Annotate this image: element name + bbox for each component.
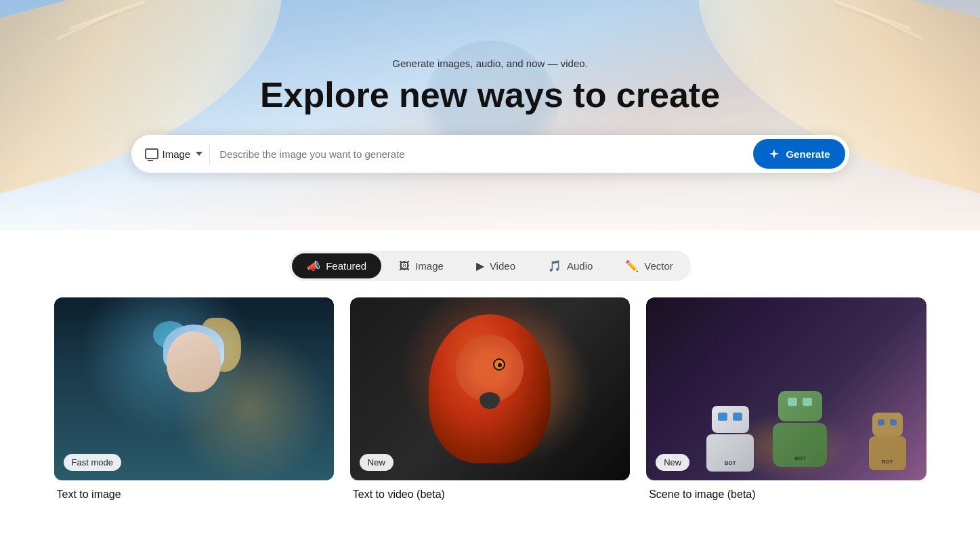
parrot-beak (480, 392, 500, 409)
robot-3-body: BOT (869, 436, 906, 470)
hero-content: Generate images, audio, and now — video.… (247, 58, 733, 135)
parrot-body (429, 314, 551, 463)
fast-mode-badge: Fast mode (64, 454, 121, 471)
search-bar: Image Generate (131, 135, 849, 173)
generate-label: Generate (786, 148, 830, 160)
image-type-icon (145, 148, 158, 159)
robot-3-eyes (872, 413, 903, 425)
robot-2-label: BOT (794, 455, 806, 461)
card-text-to-image[interactable]: Fast mode Text to image (54, 297, 334, 503)
pen-icon: ✏️ (625, 261, 639, 272)
tab-image-label: Image (415, 260, 444, 272)
anime-figure (140, 318, 248, 480)
hero-section: Generate images, audio, and now — video.… (0, 0, 980, 230)
hero-subtitle: Generate images, audio, and now — video. (260, 58, 720, 69)
card-label-text-to-video: Text to video (beta) (350, 480, 630, 503)
chevron-down-icon (196, 152, 203, 156)
robot-1: BOT (703, 406, 757, 467)
card-image-anime: Fast mode (54, 297, 334, 480)
hero-title: Explore new ways to create (260, 76, 720, 114)
robot-1-body: BOT (706, 434, 754, 472)
tab-vector[interactable]: ✏️ Vector (610, 253, 688, 278)
generate-button[interactable]: Generate (753, 139, 845, 169)
tab-featured[interactable]: 📣 Featured (292, 253, 381, 278)
search-bar-wrapper: Image Generate (118, 135, 863, 173)
robot-3: BOT (869, 413, 906, 470)
card-label-scene-to-image: Scene to image (beta) (646, 480, 926, 503)
content-area: 📣 Featured 🖼 Image ▶ Video 🎵 Audio ✏️ Ve… (0, 230, 980, 542)
robot-eye-left (718, 413, 727, 421)
parrot-head (456, 335, 524, 402)
card-label-text-to-image: Text to image (54, 480, 334, 503)
tabs-wrapper: 📣 Featured 🖼 Image ▶ Video 🎵 Audio ✏️ Ve… (0, 230, 980, 297)
anime-head (167, 331, 221, 392)
robot-1-eyes (712, 406, 749, 421)
robot-2-head (778, 391, 822, 421)
tab-vector-label: Vector (644, 260, 673, 272)
tab-video-label: Video (490, 260, 515, 272)
search-type-selector[interactable]: Image (142, 144, 211, 164)
search-type-label: Image (163, 148, 191, 160)
card-scene-to-image[interactable]: BOT BOT (646, 297, 926, 503)
video-icon: ▶ (476, 261, 484, 272)
generate-icon (768, 148, 780, 160)
tab-audio-label: Audio (567, 260, 593, 272)
card-image-parrot: New (350, 297, 630, 480)
robot-1-label: BOT (725, 460, 736, 466)
anime-artwork (54, 297, 334, 480)
robot-3-eye-left (878, 419, 885, 425)
new-badge-video: New (360, 454, 393, 471)
robot-2: BOT (773, 391, 827, 467)
robot-2-body: BOT (773, 423, 827, 467)
tab-image[interactable]: 🖼 Image (384, 253, 459, 278)
robot-2-eye-left (788, 398, 797, 406)
megaphone-icon: 📣 (307, 261, 320, 272)
tabs-container: 📣 Featured 🖼 Image ▶ Video 🎵 Audio ✏️ Ve… (289, 251, 691, 281)
robot-eye-right (733, 413, 742, 421)
robot-1-head (712, 406, 749, 433)
parrot-artwork (350, 297, 630, 480)
tab-featured-label: Featured (326, 260, 366, 272)
image-icon: 🖼 (399, 261, 410, 272)
robot-2-eye-right (803, 398, 812, 406)
search-input[interactable] (219, 148, 753, 160)
tab-video[interactable]: ▶ Video (461, 253, 530, 278)
robot-3-eye-right (890, 419, 897, 425)
tab-audio[interactable]: 🎵 Audio (533, 253, 608, 278)
cards-grid: Fast mode Text to image New Text to vide… (16, 297, 964, 503)
robots-artwork: BOT BOT (646, 297, 926, 480)
new-badge-scene: New (656, 454, 689, 471)
card-image-robots: BOT BOT (646, 297, 926, 480)
parrot-eye (493, 358, 505, 371)
robot-2-eyes (778, 391, 822, 406)
audio-icon: 🎵 (548, 261, 561, 272)
robot-3-label: BOT (882, 459, 893, 465)
robot-3-head (872, 413, 903, 436)
card-text-to-video[interactable]: New Text to video (beta) (350, 297, 630, 503)
